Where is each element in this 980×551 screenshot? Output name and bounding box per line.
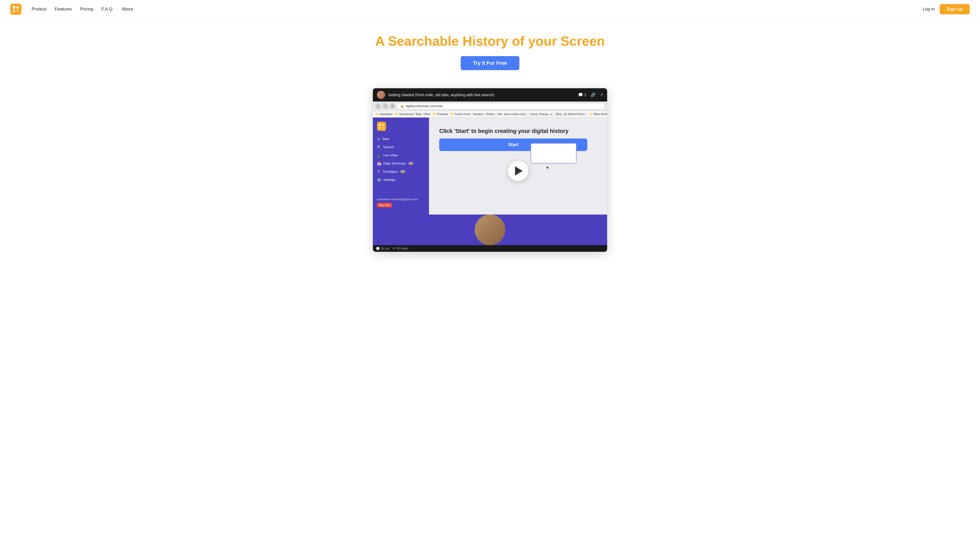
browser-controls: ← → ↻	[375, 103, 395, 109]
video-duration: 🕐 54 sec	[376, 247, 390, 250]
daily-icon: 📅	[377, 162, 381, 165]
signup-button[interactable]: Sign up	[940, 4, 970, 14]
nav-pricing[interactable]: Pricing	[80, 6, 94, 12]
bookmark-blog[interactable]: Blog	[556, 113, 562, 116]
daily-badge: 🔔	[408, 162, 414, 165]
video-title: Getting Started (Find code, old tabs, an…	[388, 93, 494, 97]
svg-rect-1	[16, 6, 19, 9]
liveview-icon: 📺	[377, 153, 381, 157]
svg-rect-4	[379, 124, 381, 126]
sidebar-item-daily[interactable]: 📅 Daily Summary 🔔	[373, 159, 429, 168]
bookmark-clothes[interactable]: Clothes	[486, 113, 495, 116]
bookmark-carrot[interactable]: Carrot, Orange, a...	[530, 113, 554, 116]
bookmark-inspiration[interactable]: 📁 Inspiration	[375, 113, 393, 116]
browser-urlbar[interactable]: 🔒 digitalsurfacelabs.com/start	[397, 103, 605, 109]
svg-rect-0	[13, 6, 15, 9]
app-main-area: Click 'Start' to begin creating your dig…	[429, 118, 607, 214]
svg-rect-6	[379, 127, 381, 129]
browser-toolbar: ← → ↻ 🔒 digitalsurfacelabs.com/start	[373, 102, 607, 111]
eye-icon: 👁	[392, 247, 395, 250]
sidebar-item-timelapse[interactable]: ⏱ Timelapse 🔔	[373, 168, 429, 176]
sidebar-settings-label: Settings	[383, 178, 395, 182]
cursor-indicator	[546, 167, 549, 168]
nav-features[interactable]: Features	[55, 6, 72, 12]
play-triangle-icon	[515, 166, 523, 176]
sidebar-search-label: Search	[383, 145, 394, 149]
comment-icon: 💬	[578, 92, 583, 97]
play-button[interactable]	[508, 161, 528, 181]
sidebar-item-search[interactable]: 🔍 Search	[373, 143, 429, 151]
signout-button[interactable]: Sign Out	[377, 203, 392, 207]
link-icon: 🔗	[590, 92, 596, 97]
timelapse-icon: ⏱	[377, 170, 380, 174]
external-icon: ↗	[600, 92, 603, 97]
app-sidebar: ⊙ Start 🔍 Search 📺 Live View 📅	[373, 118, 429, 214]
bookmark-scoreboard[interactable]: 📁 Scoreboard	[395, 113, 414, 116]
nav-faq[interactable]: F.A.Q.	[102, 6, 114, 12]
hero-section: A Searchable History of your Screen Try …	[0, 18, 980, 88]
login-link[interactable]: Log in	[923, 6, 934, 12]
sidebar-email: joenewbry+demoing@gmail.com	[377, 198, 418, 201]
bookmark-financial[interactable]: 📁 Financial	[432, 113, 448, 116]
settings-icon: ⚙️	[377, 178, 381, 182]
sidebar-daily-label: Daily Summary	[383, 162, 406, 165]
video-controls-bar: 🕐 54 sec 👁 86 views	[373, 245, 607, 252]
start-panel	[531, 143, 576, 164]
sidebar-item-settings[interactable]: ⚙️ Settings	[373, 176, 429, 184]
sidebar-start-label: Start	[382, 137, 389, 141]
comment-button[interactable]: 💬 1	[578, 92, 587, 97]
forward-button[interactable]: →	[383, 103, 388, 109]
timelapse-badge: 🔔	[400, 170, 406, 173]
svg-rect-2	[13, 10, 15, 12]
logo[interactable]	[10, 3, 21, 15]
back-button[interactable]: ←	[375, 103, 381, 109]
navbar: Product Features Pricing F.A.Q. About Lo…	[0, 0, 980, 18]
bookmarks-bar: 📁 Inspiration 📁 Scoreboard Bing Other 📁 …	[373, 111, 607, 118]
bookmark-vids[interactable]: vids	[497, 113, 502, 116]
bookmark-notion[interactable]: learn-notion-cont...	[504, 113, 528, 116]
sidebar-logo	[377, 122, 386, 131]
bookmark-futurehome[interactable]: 📁 Future Home	[450, 113, 471, 116]
bookmark-shorts[interactable]: (2) Shorts Descri...	[563, 113, 587, 116]
search-icon: 🔍	[377, 145, 381, 149]
video-embed: Getting Started (Find code, old tabs, an…	[372, 88, 608, 252]
svg-rect-5	[382, 124, 384, 126]
svg-rect-3	[16, 10, 19, 12]
link-button[interactable]: 🔗	[590, 92, 596, 97]
start-icon: ⊙	[377, 137, 380, 141]
video-avatar	[377, 91, 385, 99]
sidebar-item-liveview[interactable]: 📺 Live View	[373, 151, 429, 159]
webcam-area	[373, 214, 607, 245]
hero-title: A Searchable History of your Screen	[5, 34, 975, 49]
svg-rect-7	[382, 127, 384, 129]
url-text: digitalsurfacelabs.com/start	[406, 104, 442, 108]
bookmark-other[interactable]: Other	[423, 113, 431, 116]
app-content: ⊙ Start 🔍 Search 📺 Live View 📅	[373, 118, 607, 214]
lock-icon: 🔒	[400, 104, 404, 108]
presenter-avatar	[475, 214, 505, 245]
nav-product[interactable]: Product	[32, 6, 47, 12]
nav-links: Product Features Pricing F.A.Q. About	[32, 6, 133, 12]
video-views: 👁 86 views	[392, 247, 408, 250]
sidebar-timelapse-label: Timelapse	[383, 170, 398, 173]
sidebar-footer: joenewbry+demoing@gmail.com Sign Out	[373, 195, 429, 210]
sidebar-item-start[interactable]: ⊙ Start	[373, 135, 429, 143]
bookmark-other-bookmarks[interactable]: 📁 Other Bookmarks	[589, 113, 607, 116]
sidebar-nav: ⊙ Start 🔍 Search 📺 Live View 📅	[373, 135, 429, 184]
external-button[interactable]: ↗	[600, 92, 603, 97]
refresh-button[interactable]: ↻	[390, 103, 395, 109]
cta-button[interactable]: Try It For Free	[461, 56, 519, 70]
sidebar-liveview-label: Live View	[383, 153, 397, 157]
browser-chrome: ← → ↻ 🔒 digitalsurfacelabs.com/start 📁 I…	[373, 102, 607, 118]
start-prompt-text: Click 'Start' to begin creating your dig…	[439, 128, 587, 135]
comment-count: 1	[584, 93, 587, 97]
nav-about[interactable]: About	[122, 6, 133, 12]
bookmark-bing[interactable]: Bing	[416, 113, 422, 116]
video-topbar: Getting Started (Find code, old tabs, an…	[373, 88, 607, 102]
clock-icon: 🕐	[376, 247, 380, 250]
bookmark-vacation[interactable]: Vacation	[473, 113, 484, 116]
